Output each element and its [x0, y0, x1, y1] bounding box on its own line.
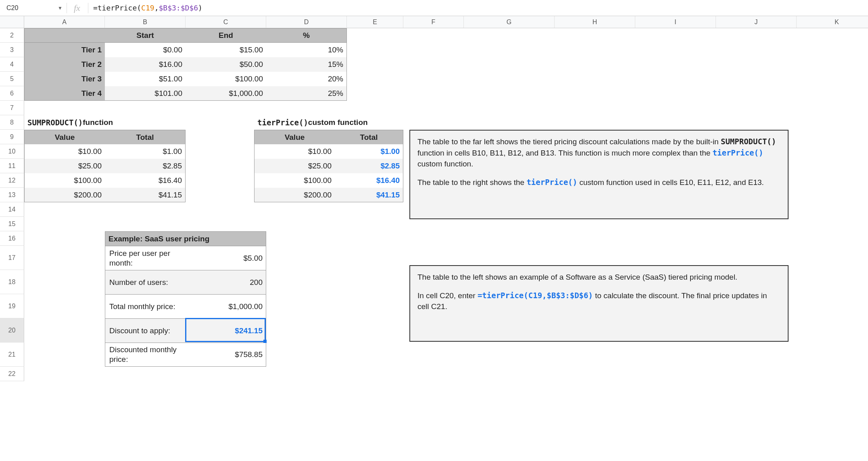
cell-grid[interactable]: Start End % Tier 1 $0.00 $15.00 10% Tier… [24, 28, 868, 381]
column-header-H[interactable]: H [555, 16, 635, 28]
saas-title[interactable]: Example: SaaS user pricing [105, 231, 266, 246]
row-header[interactable]: 17 [0, 246, 24, 270]
tier-end[interactable]: $15.00 [186, 43, 266, 57]
tp-total[interactable]: $16.40 [335, 173, 403, 188]
column-header-B[interactable]: B [105, 16, 186, 28]
sum-value[interactable]: $100.00 [24, 173, 105, 188]
row-header[interactable]: 18 [0, 270, 24, 294]
sum-header-total[interactable]: Total [105, 130, 186, 144]
saas-value[interactable]: $758.85 [186, 343, 266, 367]
note-paragraph: The table to the far left shows the tier… [417, 136, 780, 170]
column-header-row: A B C D E F G H I J K [0, 16, 868, 28]
saas-label[interactable]: Discount to apply: [105, 318, 186, 343]
row-header[interactable]: 5 [0, 72, 24, 86]
chevron-down-icon[interactable]: ▼ [58, 5, 63, 11]
saas-value[interactable]: 200 [186, 270, 266, 294]
saas-value[interactable]: $5.00 [186, 246, 266, 270]
label: tierPrice() [257, 118, 308, 127]
row-header[interactable]: 15 [0, 217, 24, 231]
row-header[interactable]: 16 [0, 231, 24, 246]
row-header[interactable]: 14 [0, 202, 24, 217]
column-header-A[interactable]: A [24, 16, 105, 28]
cell[interactable] [24, 28, 105, 43]
row-header[interactable]: 22 [0, 367, 24, 381]
tier-start[interactable]: $16.00 [105, 57, 186, 72]
tp-header-total[interactable]: Total [335, 130, 403, 144]
sum-value[interactable]: $10.00 [24, 144, 105, 159]
sumproduct-title[interactable]: SUMPRODUCT() function [24, 115, 186, 130]
column-header-G[interactable]: G [464, 16, 555, 28]
column-header-J[interactable]: J [716, 16, 797, 28]
row-header[interactable]: 11 [0, 159, 24, 173]
note-box-1[interactable]: The table to the far left shows the tier… [409, 130, 789, 219]
row-header[interactable]: 6 [0, 86, 24, 101]
row-header[interactable]: 21 [0, 343, 24, 367]
tier-end[interactable]: $100.00 [186, 72, 266, 86]
column-header-F[interactable]: F [403, 16, 464, 28]
text: custom function used in cells E10, E11, … [577, 178, 764, 187]
tier-pct[interactable]: 15% [266, 57, 347, 72]
note-box-2[interactable]: The table to the left shows an example o… [409, 265, 789, 342]
formula-token-ref: C19 [141, 4, 154, 12]
tp-value[interactable]: $200.00 [254, 188, 335, 202]
row-header[interactable]: 9 [0, 130, 24, 144]
saas-value-active[interactable]: $241.15 [186, 318, 266, 343]
fx-icon[interactable]: fx [71, 3, 83, 13]
sum-value[interactable]: $25.00 [24, 159, 105, 173]
tier-header-pct[interactable]: % [266, 28, 347, 43]
tier-pct[interactable]: 10% [266, 43, 347, 57]
column-header-K[interactable]: K [797, 16, 868, 28]
tp-total[interactable]: $41.15 [335, 188, 403, 202]
tier-header-end[interactable]: End [186, 28, 266, 43]
tier-end[interactable]: $50.00 [186, 57, 266, 72]
row-header[interactable]: 3 [0, 43, 24, 57]
row-header[interactable]: 4 [0, 57, 24, 72]
column-header-I[interactable]: I [635, 16, 716, 28]
tier-name[interactable]: Tier 2 [24, 57, 105, 72]
saas-label[interactable]: Price per user per month: [105, 246, 186, 270]
sum-total[interactable]: $41.15 [105, 188, 186, 202]
name-box[interactable] [3, 2, 58, 14]
column-header-D[interactable]: D [266, 16, 347, 28]
row-header[interactable]: 12 [0, 173, 24, 188]
tier-name[interactable]: Tier 3 [24, 72, 105, 86]
tier-start[interactable]: $101.00 [105, 86, 186, 101]
formula-input[interactable]: =tierPrice(C19,$B$3:$D$6) [93, 4, 865, 12]
column-header-C[interactable]: C [186, 16, 266, 28]
tier-name[interactable]: Tier 4 [24, 86, 105, 101]
column-header-E[interactable]: E [347, 16, 403, 28]
saas-label[interactable]: Total monthly price: [105, 294, 186, 318]
divider [88, 3, 88, 13]
sum-total[interactable]: $16.40 [105, 173, 186, 188]
tp-total[interactable]: $1.00 [335, 144, 403, 159]
row-header-active[interactable]: 20 [0, 318, 24, 343]
text: The table to the far left shows the tier… [417, 137, 721, 146]
tp-value[interactable]: $25.00 [254, 159, 335, 173]
row-header[interactable]: 7 [0, 101, 24, 115]
sum-total[interactable]: $1.00 [105, 144, 186, 159]
row-header[interactable]: 10 [0, 144, 24, 159]
tier-header-start[interactable]: Start [105, 28, 186, 43]
tier-name[interactable]: Tier 1 [24, 43, 105, 57]
saas-label[interactable]: Discounted monthly price: [105, 343, 186, 367]
row-header[interactable]: 19 [0, 294, 24, 318]
row-header[interactable]: 8 [0, 115, 24, 130]
tp-total[interactable]: $2.85 [335, 159, 403, 173]
row-header[interactable]: 2 [0, 28, 24, 43]
sum-value[interactable]: $200.00 [24, 188, 105, 202]
tp-header-value[interactable]: Value [254, 130, 335, 144]
tier-end[interactable]: $1,000.00 [186, 86, 266, 101]
row-header[interactable]: 13 [0, 188, 24, 202]
tp-value[interactable]: $10.00 [254, 144, 335, 159]
saas-label[interactable]: Number of users: [105, 270, 186, 294]
tierprice-title[interactable]: tierPrice() custom function [254, 115, 428, 130]
tier-start[interactable]: $51.00 [105, 72, 186, 86]
tp-value[interactable]: $100.00 [254, 173, 335, 188]
tier-pct[interactable]: 20% [266, 72, 347, 86]
tier-start[interactable]: $0.00 [105, 43, 186, 57]
sum-total[interactable]: $2.85 [105, 159, 186, 173]
tier-pct[interactable]: 25% [266, 86, 347, 101]
select-all-corner[interactable] [0, 16, 24, 28]
sum-header-value[interactable]: Value [24, 130, 105, 144]
saas-value[interactable]: $1,000.00 [186, 294, 266, 318]
